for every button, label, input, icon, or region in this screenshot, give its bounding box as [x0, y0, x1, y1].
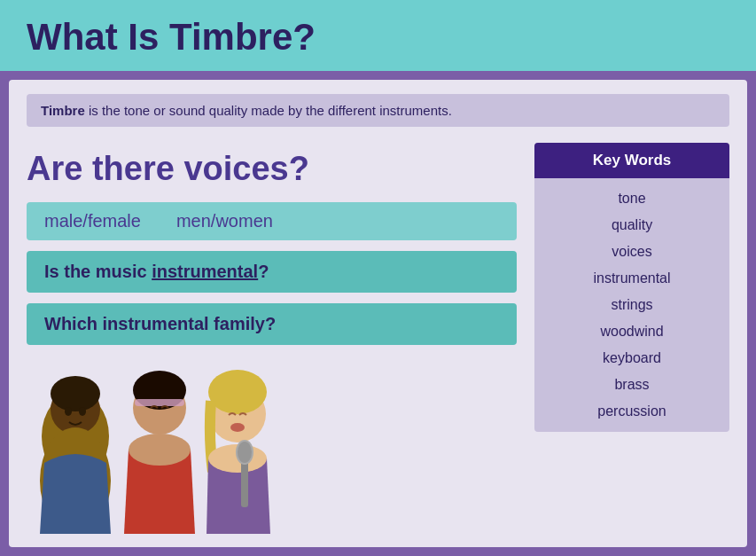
left-panel: Are there voices? male/female men/women …: [27, 143, 517, 543]
svg-point-9: [129, 434, 191, 466]
page-wrapper: What Is Timbre? Timbre is the tone or so…: [0, 0, 756, 556]
content-row: Are there voices? male/female men/women …: [27, 143, 729, 543]
answer-row: male/female men/women: [27, 202, 517, 240]
list-item: strings: [534, 292, 729, 318]
page-title: What Is Timbre?: [27, 16, 729, 59]
list-item: tone: [534, 185, 729, 212]
answer-male-female: male/female: [44, 211, 141, 231]
main-content: Timbre is the tone or sound quality made…: [9, 80, 747, 547]
answer-men-women: men/women: [176, 211, 273, 231]
svg-point-2: [51, 376, 100, 411]
instrumental-underline: instrumental: [152, 262, 258, 281]
svg-point-11: [208, 370, 267, 414]
key-words-header: Key Words: [534, 143, 729, 178]
question-family: Which instrumental family?: [27, 303, 517, 345]
definition-bold: Timbre: [41, 103, 85, 118]
illustration-area: [27, 356, 517, 534]
definition-text: is the tone or sound quality made by the…: [89, 103, 452, 118]
singers-illustration: [27, 356, 301, 534]
list-item: brass: [534, 372, 729, 398]
list-item: voices: [534, 239, 729, 265]
svg-point-12: [230, 423, 245, 432]
list-item: quality: [534, 212, 729, 239]
svg-point-4: [79, 407, 86, 416]
question-instrumental: Is the music instrumental?: [27, 251, 517, 293]
title-bar: What Is Timbre?: [0, 0, 756, 71]
definition-box: Timbre is the tone or sound quality made…: [27, 94, 729, 127]
key-words-box: Key Words tone quality voices instrument…: [534, 143, 729, 432]
list-item: percussion: [534, 398, 729, 425]
svg-point-3: [65, 407, 72, 416]
list-item: keyboard: [534, 345, 729, 372]
list-item: instrumental: [534, 265, 729, 292]
key-words-list: tone quality voices instrumental strings…: [534, 178, 729, 432]
right-panel: Key Words tone quality voices instrument…: [534, 143, 729, 543]
svg-rect-8: [135, 399, 184, 406]
big-question: Are there voices?: [27, 150, 517, 188]
list-item: woodwind: [534, 318, 729, 345]
svg-point-16: [238, 442, 252, 463]
